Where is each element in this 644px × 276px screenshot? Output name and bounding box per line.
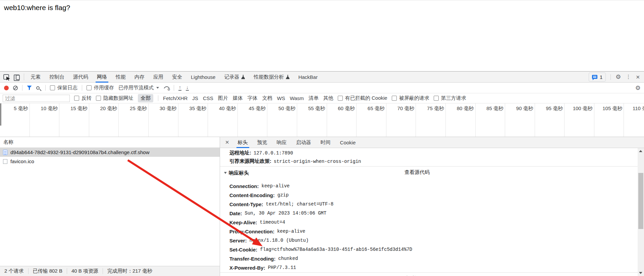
filter-type-WS[interactable]: WS	[277, 95, 285, 101]
response-header-row: Transfer-Encoding:chunked	[220, 254, 638, 263]
devtools-tab-控制台[interactable]: 控制台	[45, 72, 69, 82]
header-name: Transfer-Encoding:	[229, 256, 276, 262]
clear-network-log-icon[interactable]	[13, 86, 18, 90]
response-header-row: Set-Cookie:flag=ctfshow%7Ba4a6a63a-3310-…	[220, 245, 638, 254]
header-name: Keep-Alive:	[229, 220, 257, 225]
scrollbar-up-arrow[interactable]	[639, 150, 642, 152]
network-main-area: 名称 d94ab644-78d2-4932-9131-d2909108a7b4.…	[0, 137, 644, 276]
details-tab-Cookie[interactable]: Cookie	[335, 137, 361, 148]
filter-type-JS[interactable]: JS	[192, 95, 198, 101]
devtools-tab-源代码[interactable]: 源代码	[69, 72, 93, 82]
invert-checkbox[interactable]	[74, 96, 79, 101]
import-har-icon[interactable]: ↑	[178, 85, 181, 91]
response-headers-section-row: 响应标头 查看源代码	[220, 167, 638, 179]
preserve-log-checkbox[interactable]	[50, 85, 55, 90]
network-toolbar: 保留日志 停用缓存 已停用节流模式 ↑ ↓ ⚙	[0, 83, 644, 93]
devtools-tab-记录器[interactable]: 记录器	[220, 72, 249, 82]
settings-gear-icon[interactable]: ⚙	[615, 74, 621, 80]
devtools-tab-应用[interactable]: 应用	[149, 72, 168, 82]
filter-type-Wasm[interactable]: Wasm	[290, 95, 304, 101]
details-tab-响应[interactable]: 响应	[272, 137, 291, 148]
filter-type-全部[interactable]: 全部	[138, 94, 153, 102]
details-tab-预览[interactable]: 预览	[253, 137, 272, 148]
filter-funnel-icon[interactable]	[27, 86, 32, 90]
network-settings-gear-icon[interactable]: ⚙	[635, 85, 641, 91]
header-name: Content-Encoding:	[229, 192, 275, 198]
request-list: d94ab644-78d2-4932-9131-d2909108a7b4.cha…	[0, 148, 220, 266]
throttling-select[interactable]: 已停用节流模式	[118, 85, 159, 91]
devtools-tab-Lighthouse[interactable]: Lighthouse	[186, 72, 220, 82]
record-network-log-button[interactable]	[4, 86, 9, 90]
filter-type-Fetch/XHR[interactable]: Fetch/XHR	[163, 95, 187, 101]
devtools-tab-元素[interactable]: 元素	[26, 72, 45, 82]
network-overview-timeline[interactable]: 5 毫秒10 毫秒15 毫秒20 毫秒25 毫秒30 毫秒35 毫秒40 毫秒4…	[0, 103, 644, 137]
disable-cache-checkbox[interactable]	[87, 85, 92, 90]
hide-data-urls-checkbox[interactable]	[96, 96, 101, 101]
header-value: text/html; charset=UTF-8	[266, 201, 334, 207]
details-tab-标头[interactable]: 标头	[233, 137, 253, 148]
blocked-cookies-checkbox[interactable]	[338, 96, 343, 101]
filter-type-文档[interactable]: 文档	[262, 95, 272, 101]
filter-input[interactable]	[3, 95, 70, 102]
response-header-row: Content-Encoding:gzip	[220, 191, 638, 200]
details-tab-strip: 标头预览响应启动器时间Cookie	[233, 137, 361, 148]
timeline-tick: 100 毫秒	[565, 103, 594, 137]
filter-type-字体[interactable]: 字体	[248, 95, 258, 101]
request-row[interactable]: d94ab644-78d2-4932-9131-d2909108a7b4.cha…	[0, 148, 220, 157]
scrollbar-down-arrow[interactable]	[639, 272, 642, 274]
tab-label: 安全	[172, 74, 182, 80]
divider	[174, 85, 174, 91]
status-item: 2 个请求	[0, 268, 28, 274]
invert-option: 反转	[74, 95, 92, 101]
divider	[158, 95, 158, 101]
network-status-bar: 2 个请求已传输 802 B40 B 项资源完成用时：217 毫秒	[0, 266, 220, 276]
response-header-row: Server:nginx/1.18.0 (Ubuntu)	[220, 236, 638, 245]
blocked-requests-label: 被屏蔽的请求	[399, 95, 429, 101]
inspect-element-icon[interactable]	[3, 74, 9, 80]
blocked-requests-checkbox[interactable]	[392, 96, 397, 101]
filter-type-其他[interactable]: 其他	[323, 95, 333, 101]
filter-type-图片[interactable]: 图片	[218, 95, 228, 101]
devtools-tab-安全[interactable]: 安全	[168, 72, 186, 82]
devtools-tab-性能数据分析[interactable]: 性能数据分析	[249, 72, 294, 82]
devtools-tab-strip: 元素控制台源代码网络性能内存应用安全Lighthouse记录器性能数据分析Hac…	[26, 72, 322, 82]
device-toolbar-icon[interactable]	[14, 75, 20, 80]
third-party-checkbox[interactable]	[434, 96, 439, 101]
response-headers-toggle[interactable]: 响应标头	[224, 170, 249, 176]
header-value: PHP/7.3.11	[268, 265, 296, 270]
more-options-kebab-icon[interactable]: ⋮	[626, 74, 631, 80]
timeline-tick: 85 毫秒	[476, 103, 505, 137]
filter-type-清单[interactable]: 清单	[309, 95, 319, 101]
request-details-pane: ✕ 标头预览响应启动器时间Cookie 远程地址:127.0.0.1:7890引…	[220, 137, 644, 276]
devtools-tab-HackBar[interactable]: HackBar	[294, 72, 322, 82]
details-tab-启动器[interactable]: 启动器	[291, 137, 316, 148]
view-source-link[interactable]: 查看源代码	[405, 169, 430, 176]
issues-button[interactable]: 1	[589, 73, 606, 82]
blocked-requests-option: 被屏蔽的请求	[392, 95, 429, 101]
devtools-tab-网络[interactable]: 网络	[93, 72, 111, 82]
details-tab-时间[interactable]: 时间	[316, 137, 335, 148]
devtools-tab-内存[interactable]: 内存	[130, 72, 149, 82]
close-details-icon[interactable]: ✕	[221, 139, 233, 145]
divider	[82, 85, 82, 91]
request-row[interactable]: favicon.ico	[0, 157, 220, 166]
export-har-icon[interactable]: ↓	[186, 85, 189, 91]
issues-chat-icon	[592, 75, 597, 79]
browser-viewport: web10:where is flag?	[0, 0, 644, 71]
third-party-option: 第三方请求	[434, 95, 466, 101]
devtools-tab-性能[interactable]: 性能	[111, 72, 130, 82]
summary-label: 远程地址:	[229, 150, 251, 156]
name-column-header[interactable]: 名称	[0, 137, 220, 148]
vertical-scrollbar[interactable]	[638, 148, 644, 276]
status-item: 40 B 项资源	[67, 268, 103, 274]
close-devtools-icon[interactable]: ✕	[636, 75, 640, 80]
tab-label: 控制台	[49, 74, 64, 80]
header-name: Content-Type:	[229, 201, 263, 207]
blocked-cookies-option: 有已拦截的 Cookie	[338, 95, 387, 101]
network-conditions-icon[interactable]	[163, 86, 169, 90]
document-icon	[3, 150, 7, 155]
scrollbar-thumb[interactable]	[638, 173, 643, 229]
filter-type-CSS[interactable]: CSS	[203, 95, 213, 101]
filter-type-媒体[interactable]: 媒体	[233, 95, 243, 101]
search-icon[interactable]	[36, 86, 40, 90]
